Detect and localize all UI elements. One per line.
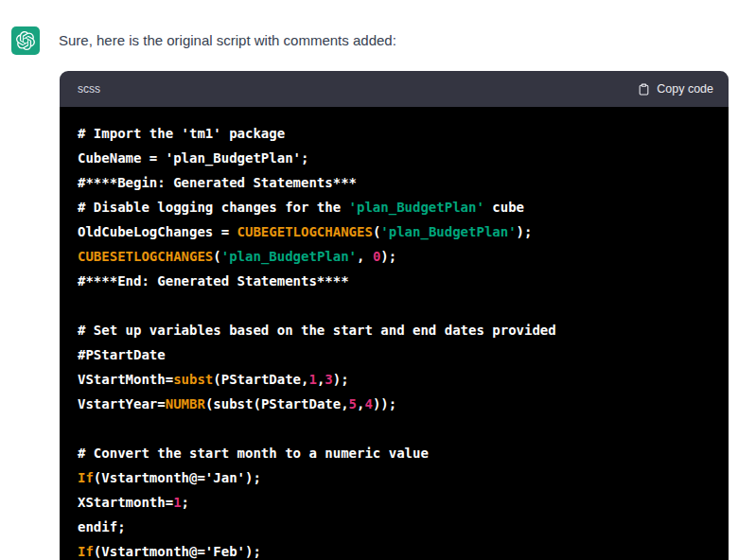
code-language-label: scss xyxy=(78,82,100,96)
code-block-header: scss Copy code xyxy=(60,71,729,107)
code-line: #****Begin: Generated Statements*** xyxy=(78,170,711,195)
copy-code-label: Copy code xyxy=(657,82,713,96)
code-line: endif; xyxy=(78,515,711,539)
assistant-message-text: Sure, here is the original script with c… xyxy=(59,31,396,50)
code-line xyxy=(78,416,711,441)
code-line: CUBESETLOGCHANGES('plan_BudgetPlan', 0); xyxy=(78,244,711,269)
code-line: XStartmonth=1; xyxy=(78,490,711,515)
code-line: OldCubeLogChanges = CUBEGETLOGCHANGES('p… xyxy=(78,219,711,244)
code-content: # Import the 'tm1' packageCubeName = 'pl… xyxy=(60,107,729,560)
code-line: # Set up variables based on the start an… xyxy=(78,318,711,342)
code-block: scss Copy code # Import the 'tm1' packag… xyxy=(60,71,729,560)
code-line: If(Vstartmonth@='Feb'); xyxy=(78,539,711,560)
code-line: # Disable logging changes for the 'plan_… xyxy=(78,195,711,219)
code-line: #****End: Generated Statements**** xyxy=(78,269,711,293)
openai-logo-icon xyxy=(16,31,35,50)
chatgpt-avatar xyxy=(11,26,40,55)
clipboard-icon xyxy=(638,82,650,96)
code-line xyxy=(78,293,711,318)
code-line: If(Vstartmonth@='Jan'); xyxy=(78,465,711,490)
code-line: VstartYear=NUMBR(subst(PStartDate,5,4)); xyxy=(78,392,711,416)
code-line: VStartMonth=subst(PStartDate,1,3); xyxy=(78,367,711,392)
code-line: CubeName = 'plan_BudgetPlan'; xyxy=(78,146,711,170)
code-line: # Import the 'tm1' package xyxy=(78,121,711,146)
copy-code-button[interactable]: Copy code xyxy=(638,82,713,96)
code-line: # Convert the start month to a numeric v… xyxy=(78,441,711,465)
code-line: #PStartDate xyxy=(78,342,711,367)
